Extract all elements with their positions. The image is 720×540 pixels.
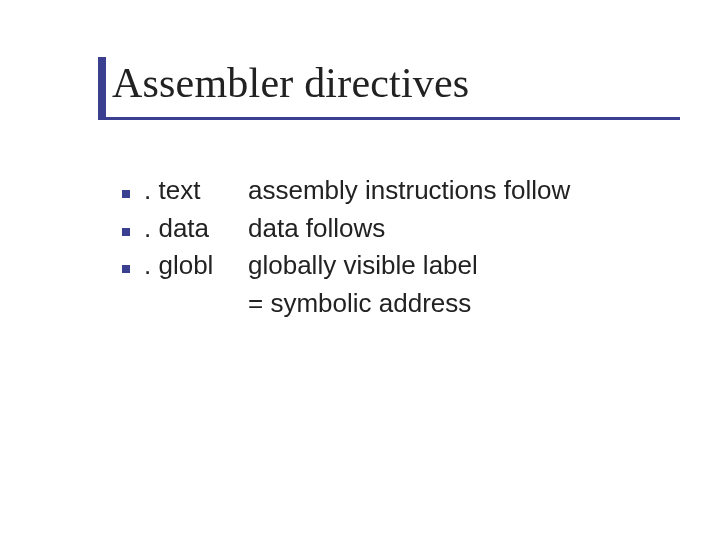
slide-title: Assembler directives bbox=[98, 60, 680, 106]
directive-desc: globally visible label bbox=[248, 247, 660, 285]
directive-desc: assembly instructions follow bbox=[248, 172, 660, 210]
directive-name: . data bbox=[144, 210, 248, 248]
list-item-continuation: = symbolic address bbox=[122, 285, 660, 323]
title-block: Assembler directives bbox=[98, 60, 680, 106]
directive-name: . globl bbox=[144, 247, 248, 285]
body-content: . text assembly instructions follow . da… bbox=[122, 172, 660, 323]
slide: Assembler directives . text assembly ins… bbox=[0, 0, 720, 540]
directive-desc: data follows bbox=[248, 210, 660, 248]
bullet-icon bbox=[122, 265, 130, 273]
bullet-icon bbox=[122, 190, 130, 198]
list-item: . data data follows bbox=[122, 210, 660, 248]
directive-desc-continuation: = symbolic address bbox=[248, 285, 660, 323]
title-underline bbox=[98, 117, 680, 120]
title-accent-bar bbox=[98, 57, 106, 117]
list-item: . globl globally visible label bbox=[122, 247, 660, 285]
list-item: . text assembly instructions follow bbox=[122, 172, 660, 210]
directive-name: . text bbox=[144, 172, 248, 210]
bullet-icon bbox=[122, 228, 130, 236]
